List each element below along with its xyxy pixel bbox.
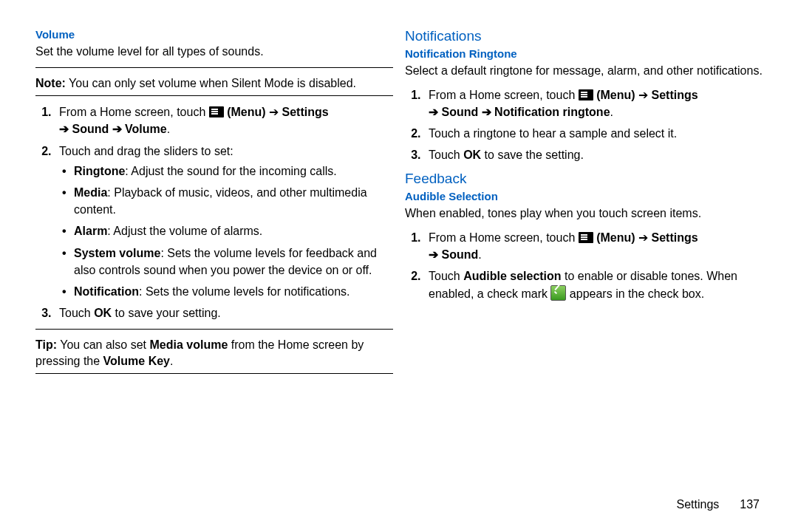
bullet-label: System volume — [74, 247, 160, 259]
list-item: Touch OK to save the setting. — [424, 146, 763, 163]
bullet-text: : Playback of music, videos, and other m… — [74, 186, 367, 216]
divider — [35, 95, 393, 96]
menu-icon — [579, 89, 593, 100]
list-item: From a Home screen, touch (Menu) ➔ Setti… — [55, 103, 393, 137]
bullet-text: : Sets the volume levels for notificatio… — [139, 285, 349, 298]
bullet-label: Notification — [74, 285, 139, 298]
list-item: Touch Audible selection to enable or dis… — [424, 267, 763, 301]
footer-page-number: 137 — [740, 498, 760, 511]
step-text: From a Home screen, touch — [59, 106, 209, 118]
step-text: to save the setting. — [481, 149, 584, 161]
list-item: From a Home screen, touch (Menu) ➔ Setti… — [424, 86, 763, 120]
list-item: Media: Playback of music, videos, and ot… — [62, 184, 393, 218]
bullet-label: Alarm — [74, 225, 107, 237]
audible-selection-heading: Audible Selection — [405, 190, 763, 202]
checkmark-icon — [550, 285, 566, 301]
dot: . — [167, 123, 170, 135]
ok-label: OK — [463, 149, 481, 161]
notification-steps: From a Home screen, touch (Menu) ➔ Setti… — [424, 86, 763, 164]
menu-icon — [579, 232, 593, 243]
list-item: Alarm: Adjust the volume of alarms. — [62, 222, 393, 239]
page-footer: Settings137 — [676, 498, 760, 511]
step-text: Touch — [429, 270, 463, 282]
settings-label: Settings — [652, 89, 698, 101]
feedback-intro: When enabled, tones play when you touch … — [405, 205, 763, 222]
left-column: Volume Set the volume level for all type… — [35, 28, 399, 381]
volume-note: Note: You can only set volume when Silen… — [35, 75, 393, 92]
list-item: From a Home screen, touch (Menu) ➔ Setti… — [424, 229, 763, 263]
list-item: Touch OK to save your setting. — [55, 304, 393, 321]
arrow-icon: ➔ — [59, 123, 72, 135]
divider — [35, 373, 393, 374]
step-text: Touch — [59, 307, 94, 319]
settings-label: Settings — [282, 106, 329, 118]
footer-section: Settings — [676, 498, 719, 511]
volume-label: Volume — [125, 123, 167, 135]
menu-label: (Menu) — [593, 231, 635, 244]
note-label: Note: — [35, 77, 66, 89]
tip-text: You can also set — [57, 338, 149, 351]
menu-label: (Menu) — [593, 89, 635, 101]
step-text: From a Home screen, touch — [429, 231, 579, 244]
list-item: Touch and drag the sliders to set: Ringt… — [55, 143, 393, 301]
tip-label: Tip: — [35, 338, 57, 351]
notification-ringtone-heading: Notification Ringtone — [405, 47, 763, 60]
arrow-icon: ➔ — [429, 248, 441, 261]
step-text: Touch and drag the sliders to set: — [59, 145, 233, 157]
arrow-icon: ➔ — [478, 106, 494, 118]
list-item: Touch a ringtone to hear a sample and se… — [424, 125, 763, 142]
arrow-icon: ➔ — [109, 123, 125, 135]
sound-label: Sound — [441, 248, 478, 261]
divider — [35, 67, 393, 68]
arrow-icon: ➔ — [635, 231, 652, 244]
dot: . — [170, 355, 173, 367]
menu-icon — [209, 106, 224, 117]
list-item: Ringtone: Adjust the sound for the incom… — [62, 163, 393, 180]
ok-label: OK — [94, 307, 112, 319]
media-volume-label: Media volume — [149, 338, 228, 351]
notification-intro: Select a default ringtone for message, a… — [405, 63, 763, 79]
notification-ringtone-label: Notification ringtone — [494, 106, 610, 118]
menu-label: (Menu) — [224, 106, 266, 118]
right-column: Notifications Notification Ringtone Sele… — [399, 28, 763, 381]
volume-key-label: Volume Key — [103, 355, 170, 367]
bullet-text: : Adjust the volume of alarms. — [107, 225, 262, 237]
volume-intro: Set the volume level for all types of so… — [35, 44, 393, 60]
settings-label: Settings — [652, 231, 698, 244]
dot: . — [478, 248, 481, 261]
volume-heading: Volume — [35, 28, 393, 41]
bullet-label: Ringtone — [74, 165, 125, 177]
volume-tip: Tip: You can also set Media volume from … — [35, 337, 393, 369]
volume-steps: From a Home screen, touch (Menu) ➔ Setti… — [55, 103, 393, 321]
feedback-steps: From a Home screen, touch (Menu) ➔ Setti… — [424, 229, 763, 302]
arrow-icon: ➔ — [635, 89, 652, 101]
sound-label: Sound — [441, 106, 478, 118]
audible-selection-label: Audible selection — [463, 270, 561, 282]
list-item: System volume: Sets the volume levels fo… — [62, 245, 393, 279]
step-text: to save your setting. — [112, 307, 221, 319]
bullet-text: : Adjust the sound for the incoming call… — [125, 165, 336, 177]
divider — [35, 329, 393, 330]
dot: . — [610, 106, 613, 118]
notifications-section: Notifications — [405, 28, 763, 44]
slider-bullets: Ringtone: Adjust the sound for the incom… — [62, 163, 393, 300]
bullet-label: Media — [74, 186, 107, 199]
note-text: You can only set volume when Silent Mode… — [66, 77, 356, 89]
feedback-section: Feedback — [405, 171, 763, 187]
list-item: Notification: Sets the volume levels for… — [62, 283, 393, 300]
step-text: appears in the check box. — [566, 287, 704, 300]
step-text: From a Home screen, touch — [429, 89, 579, 101]
arrow-icon: ➔ — [266, 106, 282, 118]
step-text: Touch — [429, 149, 463, 161]
sound-label: Sound — [72, 123, 109, 135]
arrow-icon: ➔ — [429, 106, 441, 118]
